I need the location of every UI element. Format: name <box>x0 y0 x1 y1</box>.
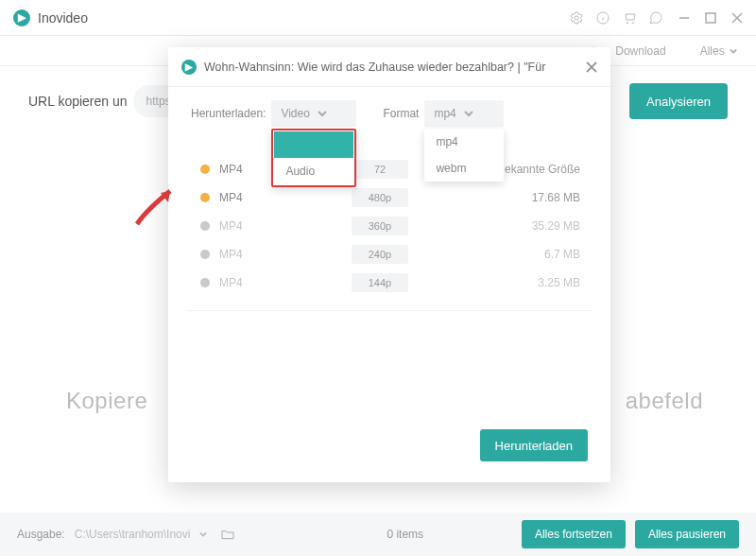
chevron-down-icon <box>464 109 473 118</box>
format-select[interactable]: mp4 mp4 webm <box>424 100 504 127</box>
status-dot-icon <box>200 250 210 259</box>
output-path: C:\Users\tranhom\Inovi <box>75 528 191 541</box>
video-select-value: Video <box>281 107 309 120</box>
herunterladen-label: Herunterladen: <box>191 107 266 120</box>
app-title: Inovideo <box>38 10 88 26</box>
cart-icon[interactable] <box>622 10 637 26</box>
video-select[interactable]: Video Audio <box>271 100 356 127</box>
list-item[interactable]: MP4360p35.29 MB <box>191 212 588 240</box>
dialog-close-icon[interactable] <box>586 61 597 73</box>
gear-icon[interactable] <box>569 10 584 26</box>
download-button[interactable]: Herunterladen <box>480 429 588 461</box>
video-option-audio[interactable]: Audio <box>274 158 353 184</box>
resume-all-button[interactable]: Alles fortsetzen <box>522 520 626 548</box>
bottom-bar: Ausgabe: C:\Users\tranhom\Inovi 0 items … <box>0 513 756 556</box>
dialog-logo-icon: ▶ <box>181 60 197 75</box>
svg-rect-4 <box>706 13 715 23</box>
title-bar: ▶ Inovideo <box>0 0 756 36</box>
pause-all-button[interactable]: Alles pausieren <box>635 520 739 548</box>
status-dot-icon <box>200 278 210 287</box>
status-dot-icon <box>200 193 210 202</box>
svg-point-3 <box>632 22 633 23</box>
video-dropdown: Audio <box>271 129 356 187</box>
resolution-badge: 360p <box>352 217 408 235</box>
format-label: Format <box>383 107 419 120</box>
status-dot-icon <box>200 221 210 231</box>
format-option-webm[interactable]: webm <box>424 155 504 182</box>
divider <box>187 310 592 311</box>
list-item[interactable]: MP4240p6.7 MB <box>191 240 588 269</box>
resolution-badge: 72 <box>352 160 408 179</box>
analyze-button[interactable]: Analysieren <box>629 83 728 119</box>
minimize-icon[interactable] <box>679 12 690 24</box>
svg-point-0 <box>575 16 578 20</box>
chevron-down-icon <box>318 109 327 118</box>
format-list: MP472ekannte Größe MP4480p17.68 MB MP436… <box>191 155 588 297</box>
format-select-value: mp4 <box>434 107 455 120</box>
folder-icon[interactable] <box>220 527 235 542</box>
output-label: Ausgabe: <box>17 528 65 541</box>
format-option-mp4[interactable]: mp4 <box>424 129 504 155</box>
dialog-body: Herunterladen: Video Audio Format mp4 mp… <box>168 87 610 324</box>
close-icon[interactable] <box>731 12 743 24</box>
list-item[interactable]: MP4480p17.68 MB <box>191 183 588 212</box>
list-item[interactable]: MP472ekannte Größe <box>191 155 588 183</box>
chevron-down-icon[interactable] <box>199 530 207 538</box>
info-icon[interactable] <box>595 10 610 26</box>
list-item[interactable]: MP4144p3.25 MB <box>191 269 588 297</box>
dialog-footer: Herunterladen <box>480 429 588 461</box>
video-option-video[interactable] <box>274 131 353 158</box>
chat-icon[interactable] <box>648 10 663 26</box>
maximize-icon[interactable] <box>705 12 716 24</box>
dialog-header: ▶ Wohn-Wahnsinn: Wie wird das Zuhause wi… <box>168 47 610 87</box>
url-label: URL kopieren un <box>28 94 128 109</box>
tab-alles[interactable]: Alles <box>683 44 737 58</box>
app-logo-icon: ▶ <box>13 9 30 26</box>
resolution-badge: 144p <box>352 273 408 292</box>
selector-row: Herunterladen: Video Audio Format mp4 mp… <box>191 100 588 127</box>
download-dialog: ▶ Wohn-Wahnsinn: Wie wird das Zuhause wi… <box>168 47 610 482</box>
svg-point-2 <box>627 22 627 23</box>
items-count: 0 items <box>387 528 423 541</box>
resolution-badge: 480p <box>352 188 408 207</box>
format-dropdown: mp4 webm <box>424 129 504 182</box>
dialog-title: Wohn-Wahnsinn: Wie wird das Zuhause wied… <box>204 61 586 74</box>
resolution-badge: 240p <box>352 245 408 264</box>
status-dot-icon <box>200 165 210 174</box>
